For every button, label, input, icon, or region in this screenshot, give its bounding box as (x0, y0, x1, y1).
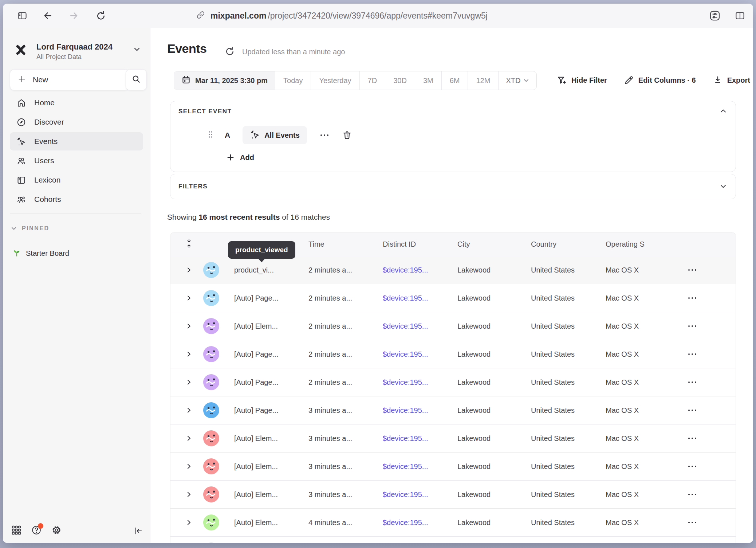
range-option[interactable]: 12M (468, 71, 498, 90)
expand-row-icon[interactable] (186, 463, 192, 470)
date-picker-button[interactable]: Mar 11, 2025 3:30 pm (174, 71, 275, 90)
chevron-down-icon (11, 226, 17, 231)
search-button[interactable] (126, 69, 147, 90)
cell-distinct-id[interactable]: $device:195... (383, 378, 457, 387)
cell-time: 4 minutes a... (308, 518, 383, 527)
column-header-country[interactable]: Country (531, 240, 606, 248)
expand-row-icon[interactable] (186, 294, 192, 302)
table-row[interactable]: [Auto] Elem... 3 minutes a... $device:19… (170, 452, 736, 480)
sidebar-toggle-icon[interactable] (16, 10, 28, 21)
split-view-icon[interactable] (734, 10, 746, 21)
sidebar-item-starter-board[interactable]: Starter Board (12, 248, 69, 259)
table-row[interactable]: [Auto] Page... 2 minutes a... $device:19… (170, 340, 736, 368)
row-menu-icon[interactable] (687, 465, 698, 468)
expand-row-icon[interactable] (186, 379, 192, 386)
sidebar-item-lexicon[interactable]: Lexicon (10, 171, 143, 189)
expand-row-icon[interactable] (186, 407, 192, 414)
cell-time: 2 minutes a... (308, 266, 383, 274)
range-option[interactable]: Yesterday (311, 71, 359, 90)
collapse-rows-icon[interactable] (184, 238, 194, 250)
nav-label: Lexicon (34, 176, 60, 184)
expand-row-icon[interactable] (186, 491, 192, 498)
range-option-xtd[interactable]: XTD (498, 71, 536, 90)
expand-row-icon[interactable] (186, 519, 192, 526)
column-header-time[interactable]: Time (308, 240, 383, 248)
hide-filter-button[interactable]: Hide Filter (557, 75, 607, 85)
forward-icon[interactable] (68, 11, 79, 21)
nav-label: Home (34, 98, 55, 107)
cell-distinct-id[interactable]: $device:195... (383, 490, 457, 499)
sidebar-item-cohorts[interactable]: Cohorts (10, 190, 143, 208)
summary-prefix: Showing (167, 213, 198, 221)
cell-os: Mac OS X (606, 322, 680, 330)
help-icon[interactable] (31, 525, 42, 537)
table-row[interactable] (170, 536, 736, 543)
event-avatar-icon (203, 486, 219, 502)
event-avatar-icon (203, 374, 219, 390)
new-button[interactable]: New (10, 69, 129, 90)
reload-icon[interactable] (95, 10, 106, 21)
column-header-distinct-id[interactable]: Distinct ID (383, 240, 457, 248)
column-header-city[interactable]: City (457, 240, 531, 248)
cell-distinct-id[interactable]: $device:195... (383, 294, 457, 302)
table-row[interactable]: [Auto] Elem... 3 minutes a... $device:19… (170, 480, 736, 508)
expand-row-icon[interactable] (186, 435, 192, 442)
table-row[interactable]: [Auto] Elem... 2 minutes a... $device:19… (170, 312, 736, 340)
settings-gear-icon[interactable] (51, 525, 62, 537)
row-menu-icon[interactable] (687, 521, 698, 524)
row-menu-icon[interactable] (687, 408, 698, 412)
sidebar-item-home[interactable]: Home (10, 94, 143, 112)
trash-icon[interactable] (342, 130, 352, 140)
table-row[interactable]: product_vi... 2 minutes a... $device:195… (170, 256, 736, 284)
expand-row-icon[interactable] (186, 266, 192, 274)
table-row[interactable]: [Auto] Page... 3 minutes a... $device:19… (170, 396, 736, 424)
cell-distinct-id[interactable]: $device:195... (383, 322, 457, 330)
expand-row-icon[interactable] (186, 322, 192, 330)
apps-grid-icon[interactable] (11, 525, 22, 537)
range-option[interactable]: 7D (359, 71, 385, 90)
table-row[interactable]: [Auto] Page... 2 minutes a... $device:19… (170, 368, 736, 396)
expand-row-icon[interactable] (186, 351, 192, 358)
add-event-button[interactable]: Add (226, 153, 254, 162)
row-menu-icon[interactable] (687, 296, 698, 300)
table-row[interactable]: [Auto] Elem... 3 minutes a... $device:19… (170, 424, 736, 452)
chevron-up-icon[interactable] (720, 109, 727, 115)
cell-distinct-id[interactable]: $device:195... (383, 406, 457, 415)
cell-distinct-id[interactable]: $device:195... (383, 350, 457, 359)
sidebar-item-users[interactable]: Users (10, 152, 143, 170)
cell-distinct-id[interactable]: $device:195... (383, 518, 457, 527)
row-menu-icon[interactable] (687, 352, 698, 356)
range-option[interactable]: 30D (385, 71, 415, 90)
sidebar-item-events[interactable]: Events (10, 132, 143, 150)
main-content: Events Updated less than a minute ago Ma… (150, 28, 753, 543)
cell-event-name: [Auto] Page... (234, 294, 308, 302)
refresh-icon[interactable] (224, 46, 235, 58)
column-header-os[interactable]: Operating S (606, 240, 680, 248)
table-row[interactable]: [Auto] Page... 2 minutes a... $device:19… (170, 284, 736, 312)
pinned-section-header[interactable]: PINNED (11, 225, 49, 232)
range-option[interactable]: 6M (441, 71, 468, 90)
url-bar[interactable]: mixpanel.com/project/3472420/view/397469… (196, 4, 488, 28)
export-button[interactable]: Export (713, 75, 750, 85)
all-events-chip[interactable]: All Events (243, 126, 307, 144)
range-option[interactable]: 3M (415, 71, 441, 90)
drag-handle-icon[interactable] (207, 130, 214, 141)
edit-columns-button[interactable]: Edit Columns · 6 (624, 75, 696, 85)
row-menu-icon[interactable] (687, 380, 698, 384)
cell-distinct-id[interactable]: $device:195... (383, 266, 457, 274)
row-menu-icon[interactable] (687, 493, 698, 496)
back-icon[interactable] (42, 11, 53, 21)
table-row[interactable]: [Auto] Elem... 4 minutes a... $device:19… (170, 508, 736, 536)
chevron-down-icon[interactable] (720, 184, 727, 190)
cell-distinct-id[interactable]: $device:195... (383, 434, 457, 443)
page-settings-icon[interactable] (709, 9, 721, 22)
more-options-icon[interactable] (319, 133, 330, 137)
row-menu-icon[interactable] (687, 437, 698, 440)
cell-distinct-id[interactable]: $device:195... (383, 462, 457, 471)
collapse-sidebar-icon[interactable] (133, 526, 143, 537)
sidebar-item-discover[interactable]: Discover (10, 113, 143, 131)
range-option[interactable]: Today (275, 71, 311, 90)
row-menu-icon[interactable] (687, 324, 698, 328)
project-switcher[interactable]: Lord Farquaad 2024 All Project Data (3, 36, 150, 64)
row-menu-icon[interactable] (687, 268, 698, 272)
